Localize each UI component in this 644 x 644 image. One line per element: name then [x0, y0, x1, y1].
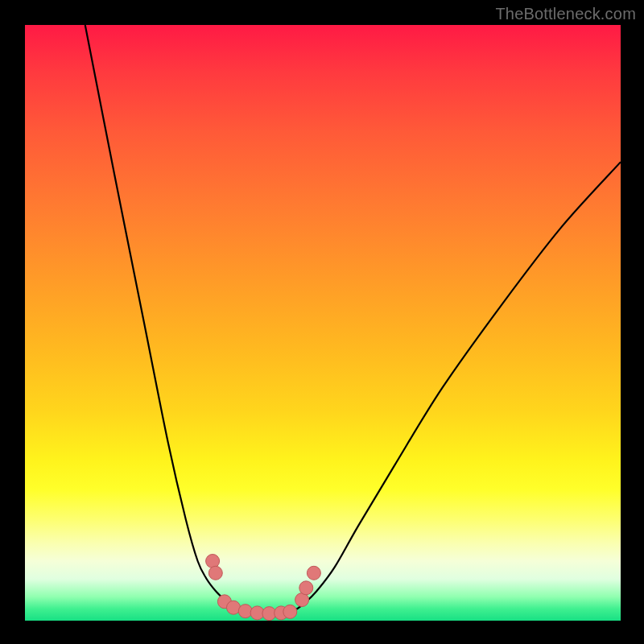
data-marker — [208, 566, 222, 580]
data-marker — [283, 605, 297, 618]
data-markers — [206, 555, 321, 621]
plot-area — [25, 25, 621, 621]
curve-right-branch — [293, 162, 621, 612]
curve-left-branch — [85, 25, 246, 612]
chart-frame: TheBottleneck.com — [0, 0, 644, 644]
data-marker — [206, 555, 220, 568]
watermark-text: TheBottleneck.com — [495, 5, 636, 23]
data-marker — [299, 581, 313, 595]
data-marker — [307, 566, 320, 580]
chart-svg — [25, 25, 621, 621]
data-marker — [238, 605, 252, 618]
